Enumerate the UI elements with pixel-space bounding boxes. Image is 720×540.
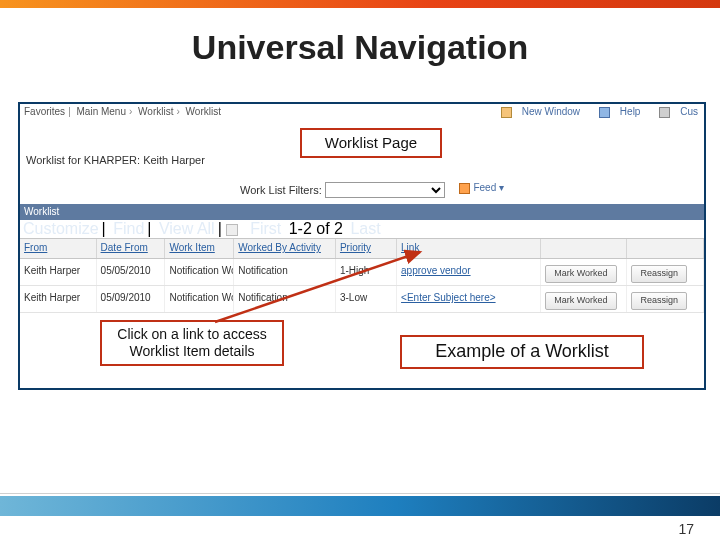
grid-view-all[interactable]: View All	[159, 220, 215, 237]
grid-customize[interactable]: Customize	[23, 220, 99, 237]
grid-last[interactable]: Last	[350, 220, 380, 237]
slide-top-accent	[0, 0, 720, 8]
cell-item: Notification Worklist	[165, 259, 234, 285]
new-window-icon	[501, 107, 512, 118]
breadcrumb-worklist-page: Worklist	[186, 106, 221, 117]
grid-first[interactable]: First	[250, 220, 281, 237]
worklist-item-link[interactable]: <Enter Subject here>	[397, 286, 541, 312]
col-date-from[interactable]: Date From	[97, 239, 166, 258]
col-activity[interactable]: Worked By Activity	[234, 239, 336, 258]
col-blank-2	[627, 239, 704, 258]
cell-priority: 3-Low	[336, 286, 397, 312]
page-tool-links: New Window Help Cus	[485, 106, 698, 118]
cell-date: 05/05/2010	[97, 259, 166, 285]
callout-click-hint: Click on a link to access Worklist Item …	[100, 320, 284, 366]
reassign-button[interactable]: Reassign	[631, 292, 687, 310]
gear-icon	[659, 107, 670, 118]
help-link[interactable]: Help	[591, 106, 641, 117]
footer-gradient-bar	[0, 496, 720, 516]
customize-link[interactable]: Cus	[651, 106, 698, 117]
worklist-item-link[interactable]: approve vendor	[397, 259, 541, 285]
cell-activity: Notification	[234, 286, 336, 312]
cell-item: Notification Worklist	[165, 286, 234, 312]
breadcrumb-favorites[interactable]: Favorites	[24, 106, 65, 117]
worklist-grid: Worklist Customize| Find| View All| Firs…	[20, 204, 704, 313]
footer-divider	[0, 493, 720, 494]
new-window-link[interactable]: New Window	[493, 106, 580, 117]
grid-header-row: From Date From Work Item Worked By Activ…	[20, 238, 704, 259]
worklist-filters: Work List Filters:	[240, 182, 445, 198]
cell-from: Keith Harper	[20, 286, 97, 312]
filters-select[interactable]	[325, 182, 445, 198]
col-work-item[interactable]: Work Item	[165, 239, 234, 258]
grid-row: Keith Harper 05/09/2010 Notification Wor…	[20, 286, 704, 313]
filters-label: Work List Filters:	[240, 184, 322, 196]
grid-find[interactable]: Find	[113, 220, 144, 237]
mark-worked-button[interactable]: Mark Worked	[545, 292, 616, 310]
help-icon	[599, 107, 610, 118]
cell-activity: Notification	[234, 259, 336, 285]
cell-priority: 1-High	[336, 259, 397, 285]
grid-range: 1-2 of 2	[289, 220, 343, 237]
grid-title-bar: Worklist	[20, 204, 704, 220]
worklist-for-label: Worklist for KHARPER: Keith Harper	[26, 154, 205, 166]
callout-example: Example of a Worklist	[400, 335, 644, 369]
breadcrumb: Favorites| Main Menu› Worklist› Worklist	[24, 106, 221, 117]
mark-worked-button[interactable]: Mark Worked	[545, 265, 616, 283]
col-link[interactable]: Link	[397, 239, 541, 258]
breadcrumb-worklist-folder[interactable]: Worklist	[138, 106, 173, 117]
breadcrumb-main-menu[interactable]: Main Menu	[77, 106, 126, 117]
col-blank-1	[541, 239, 627, 258]
cell-from: Keith Harper	[20, 259, 97, 285]
page-number: 17	[678, 521, 694, 537]
feed-link[interactable]: Feed ▾	[459, 182, 504, 194]
grid-row: Keith Harper 05/05/2010 Notification Wor…	[20, 259, 704, 286]
grid-toolbar: Customize| Find| View All| First 1-2 of …	[20, 220, 704, 238]
col-priority[interactable]: Priority	[336, 239, 397, 258]
download-icon[interactable]	[226, 224, 238, 236]
cell-date: 05/09/2010	[97, 286, 166, 312]
col-from[interactable]: From	[20, 239, 97, 258]
slide-title: Universal Navigation	[0, 28, 720, 67]
feed-icon	[459, 183, 470, 194]
reassign-button[interactable]: Reassign	[631, 265, 687, 283]
callout-worklist-page: Worklist Page	[300, 128, 442, 158]
